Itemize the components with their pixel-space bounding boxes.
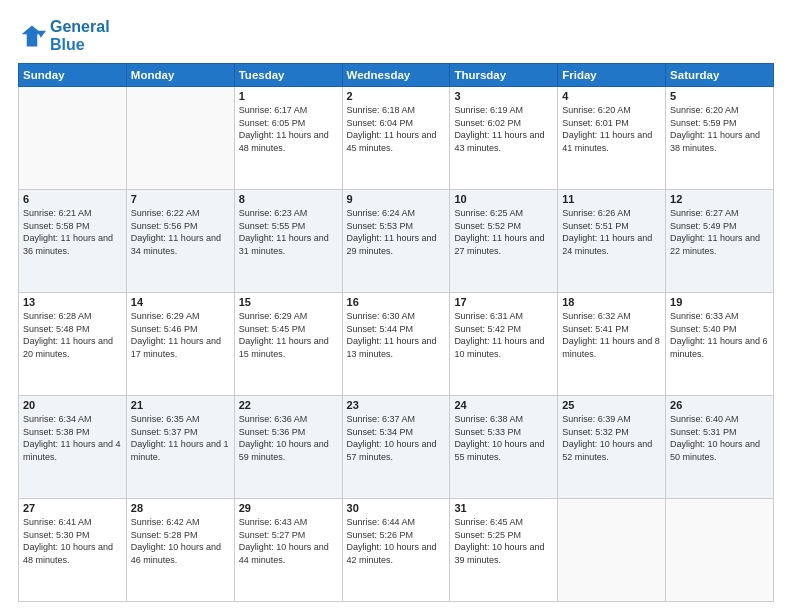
day-cell: 13Sunrise: 6:28 AM Sunset: 5:48 PM Dayli… (19, 293, 127, 396)
day-cell: 22Sunrise: 6:36 AM Sunset: 5:36 PM Dayli… (234, 396, 342, 499)
day-number: 13 (23, 296, 122, 308)
day-info: Sunrise: 6:20 AM Sunset: 6:01 PM Dayligh… (562, 104, 661, 154)
day-info: Sunrise: 6:34 AM Sunset: 5:38 PM Dayligh… (23, 413, 122, 463)
day-info: Sunrise: 6:28 AM Sunset: 5:48 PM Dayligh… (23, 310, 122, 360)
day-info: Sunrise: 6:40 AM Sunset: 5:31 PM Dayligh… (670, 413, 769, 463)
day-cell: 2Sunrise: 6:18 AM Sunset: 6:04 PM Daylig… (342, 87, 450, 190)
day-info: Sunrise: 6:20 AM Sunset: 5:59 PM Dayligh… (670, 104, 769, 154)
day-cell: 9Sunrise: 6:24 AM Sunset: 5:53 PM Daylig… (342, 190, 450, 293)
day-info: Sunrise: 6:29 AM Sunset: 5:46 PM Dayligh… (131, 310, 230, 360)
day-number: 28 (131, 502, 230, 514)
day-number: 30 (347, 502, 446, 514)
calendar-table: SundayMondayTuesdayWednesdayThursdayFrid… (18, 63, 774, 602)
day-number: 7 (131, 193, 230, 205)
day-number: 16 (347, 296, 446, 308)
day-number: 14 (131, 296, 230, 308)
day-cell: 11Sunrise: 6:26 AM Sunset: 5:51 PM Dayli… (558, 190, 666, 293)
day-number: 27 (23, 502, 122, 514)
day-info: Sunrise: 6:35 AM Sunset: 5:37 PM Dayligh… (131, 413, 230, 463)
day-info: Sunrise: 6:38 AM Sunset: 5:33 PM Dayligh… (454, 413, 553, 463)
week-row-4: 20Sunrise: 6:34 AM Sunset: 5:38 PM Dayli… (19, 396, 774, 499)
header: General Blue (18, 18, 774, 53)
day-number: 21 (131, 399, 230, 411)
day-number: 15 (239, 296, 338, 308)
day-info: Sunrise: 6:39 AM Sunset: 5:32 PM Dayligh… (562, 413, 661, 463)
logo: General Blue (18, 18, 110, 53)
day-info: Sunrise: 6:37 AM Sunset: 5:34 PM Dayligh… (347, 413, 446, 463)
day-cell (558, 499, 666, 602)
day-info: Sunrise: 6:42 AM Sunset: 5:28 PM Dayligh… (131, 516, 230, 566)
day-cell: 1Sunrise: 6:17 AM Sunset: 6:05 PM Daylig… (234, 87, 342, 190)
day-cell (666, 499, 774, 602)
day-info: Sunrise: 6:36 AM Sunset: 5:36 PM Dayligh… (239, 413, 338, 463)
day-cell: 21Sunrise: 6:35 AM Sunset: 5:37 PM Dayli… (126, 396, 234, 499)
day-cell: 29Sunrise: 6:43 AM Sunset: 5:27 PM Dayli… (234, 499, 342, 602)
day-info: Sunrise: 6:31 AM Sunset: 5:42 PM Dayligh… (454, 310, 553, 360)
day-info: Sunrise: 6:24 AM Sunset: 5:53 PM Dayligh… (347, 207, 446, 257)
week-row-2: 6Sunrise: 6:21 AM Sunset: 5:58 PM Daylig… (19, 190, 774, 293)
day-info: Sunrise: 6:26 AM Sunset: 5:51 PM Dayligh… (562, 207, 661, 257)
day-info: Sunrise: 6:19 AM Sunset: 6:02 PM Dayligh… (454, 104, 553, 154)
logo-icon (18, 22, 46, 50)
day-number: 24 (454, 399, 553, 411)
day-number: 5 (670, 90, 769, 102)
calendar-page: General Blue SundayMondayTuesdayWednesda… (0, 0, 792, 612)
day-cell: 10Sunrise: 6:25 AM Sunset: 5:52 PM Dayli… (450, 190, 558, 293)
day-number: 1 (239, 90, 338, 102)
day-info: Sunrise: 6:22 AM Sunset: 5:56 PM Dayligh… (131, 207, 230, 257)
day-info: Sunrise: 6:44 AM Sunset: 5:26 PM Dayligh… (347, 516, 446, 566)
day-cell: 25Sunrise: 6:39 AM Sunset: 5:32 PM Dayli… (558, 396, 666, 499)
day-cell: 19Sunrise: 6:33 AM Sunset: 5:40 PM Dayli… (666, 293, 774, 396)
day-number: 3 (454, 90, 553, 102)
day-cell: 6Sunrise: 6:21 AM Sunset: 5:58 PM Daylig… (19, 190, 127, 293)
day-number: 6 (23, 193, 122, 205)
day-number: 12 (670, 193, 769, 205)
day-number: 29 (239, 502, 338, 514)
day-cell: 23Sunrise: 6:37 AM Sunset: 5:34 PM Dayli… (342, 396, 450, 499)
weekday-header-monday: Monday (126, 64, 234, 87)
day-cell: 28Sunrise: 6:42 AM Sunset: 5:28 PM Dayli… (126, 499, 234, 602)
day-number: 25 (562, 399, 661, 411)
day-cell: 18Sunrise: 6:32 AM Sunset: 5:41 PM Dayli… (558, 293, 666, 396)
week-row-3: 13Sunrise: 6:28 AM Sunset: 5:48 PM Dayli… (19, 293, 774, 396)
day-info: Sunrise: 6:29 AM Sunset: 5:45 PM Dayligh… (239, 310, 338, 360)
day-info: Sunrise: 6:17 AM Sunset: 6:05 PM Dayligh… (239, 104, 338, 154)
day-number: 26 (670, 399, 769, 411)
svg-marker-0 (22, 25, 43, 46)
day-number: 17 (454, 296, 553, 308)
day-cell: 12Sunrise: 6:27 AM Sunset: 5:49 PM Dayli… (666, 190, 774, 293)
day-number: 10 (454, 193, 553, 205)
day-info: Sunrise: 6:25 AM Sunset: 5:52 PM Dayligh… (454, 207, 553, 257)
day-cell: 16Sunrise: 6:30 AM Sunset: 5:44 PM Dayli… (342, 293, 450, 396)
day-cell (19, 87, 127, 190)
day-info: Sunrise: 6:23 AM Sunset: 5:55 PM Dayligh… (239, 207, 338, 257)
day-cell: 14Sunrise: 6:29 AM Sunset: 5:46 PM Dayli… (126, 293, 234, 396)
weekday-header-saturday: Saturday (666, 64, 774, 87)
day-cell: 31Sunrise: 6:45 AM Sunset: 5:25 PM Dayli… (450, 499, 558, 602)
day-number: 20 (23, 399, 122, 411)
weekday-header-friday: Friday (558, 64, 666, 87)
day-number: 22 (239, 399, 338, 411)
day-cell: 7Sunrise: 6:22 AM Sunset: 5:56 PM Daylig… (126, 190, 234, 293)
day-number: 8 (239, 193, 338, 205)
day-info: Sunrise: 6:32 AM Sunset: 5:41 PM Dayligh… (562, 310, 661, 360)
day-info: Sunrise: 6:45 AM Sunset: 5:25 PM Dayligh… (454, 516, 553, 566)
day-number: 18 (562, 296, 661, 308)
day-cell: 20Sunrise: 6:34 AM Sunset: 5:38 PM Dayli… (19, 396, 127, 499)
day-cell: 24Sunrise: 6:38 AM Sunset: 5:33 PM Dayli… (450, 396, 558, 499)
day-cell: 4Sunrise: 6:20 AM Sunset: 6:01 PM Daylig… (558, 87, 666, 190)
day-number: 23 (347, 399, 446, 411)
weekday-header-tuesday: Tuesday (234, 64, 342, 87)
day-info: Sunrise: 6:21 AM Sunset: 5:58 PM Dayligh… (23, 207, 122, 257)
day-cell (126, 87, 234, 190)
day-cell: 3Sunrise: 6:19 AM Sunset: 6:02 PM Daylig… (450, 87, 558, 190)
week-row-5: 27Sunrise: 6:41 AM Sunset: 5:30 PM Dayli… (19, 499, 774, 602)
day-number: 31 (454, 502, 553, 514)
logo-text: General Blue (50, 18, 110, 53)
weekday-header-sunday: Sunday (19, 64, 127, 87)
day-cell: 26Sunrise: 6:40 AM Sunset: 5:31 PM Dayli… (666, 396, 774, 499)
day-cell: 17Sunrise: 6:31 AM Sunset: 5:42 PM Dayli… (450, 293, 558, 396)
day-info: Sunrise: 6:27 AM Sunset: 5:49 PM Dayligh… (670, 207, 769, 257)
day-cell: 15Sunrise: 6:29 AM Sunset: 5:45 PM Dayli… (234, 293, 342, 396)
week-row-1: 1Sunrise: 6:17 AM Sunset: 6:05 PM Daylig… (19, 87, 774, 190)
